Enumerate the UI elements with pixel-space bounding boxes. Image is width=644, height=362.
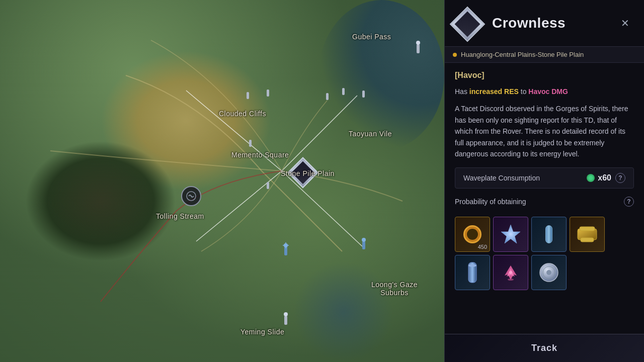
desc-prefix: Has	[455, 87, 469, 96]
item-slot-canister[interactable]	[455, 255, 490, 290]
track-button-label: Track	[531, 343, 557, 353]
svg-rect-24	[580, 227, 595, 231]
location-dot	[453, 53, 457, 57]
item-icon-coin	[537, 261, 560, 284]
boss-avatar	[455, 8, 485, 38]
havoc-tag: [Havoc]	[455, 71, 634, 80]
tube-icon	[545, 225, 552, 243]
boss-avatar-diamond	[450, 7, 486, 42]
svg-point-29	[508, 279, 514, 281]
location-text: Huanglong-Central Plains-Stone Pile Plai…	[461, 51, 584, 58]
item-slot-tube[interactable]	[531, 217, 567, 252]
item-icon-barrel	[576, 223, 599, 246]
item-icon-canister	[461, 261, 484, 284]
barrel-icon	[577, 226, 598, 243]
boss-map-icon[interactable]	[292, 156, 322, 186]
description-line1: Has increased RES to Havoc DMG	[455, 86, 634, 97]
tolling-stream-marker[interactable]	[181, 186, 201, 206]
waveplate-count: x60	[598, 173, 611, 183]
location-icon	[181, 186, 201, 206]
waveplate-help-button[interactable]: ?	[615, 173, 625, 183]
waveplate-gem-icon	[587, 174, 595, 182]
probability-title: Probability of obtaining	[455, 198, 526, 206]
svg-point-28	[509, 271, 512, 274]
description-body: A Tacet Discord observed in the Gorges o…	[455, 103, 634, 159]
right-panel: Crownless ✕ Huanglong-Central Plains-Sto…	[444, 0, 644, 362]
item-slot-barrel[interactable]	[570, 217, 605, 252]
desc-mid: to	[519, 87, 528, 96]
item-count-gear: 450	[478, 244, 487, 250]
highlight-havoc: Havoc DMG	[528, 87, 568, 96]
svg-point-27	[468, 264, 476, 267]
canister-icon	[465, 261, 479, 284]
item-icon-crystal	[499, 223, 522, 246]
item-slot-symbol[interactable]	[493, 255, 528, 290]
panel-header: Crownless ✕	[445, 0, 644, 47]
item-icon-symbol	[499, 261, 522, 284]
item-icon-tube	[537, 223, 560, 246]
gear-icon	[463, 225, 481, 243]
svg-point-32	[546, 270, 551, 275]
terrain-dark	[25, 141, 176, 261]
items-grid: 450	[455, 217, 634, 290]
crystal-icon	[500, 224, 521, 245]
svg-marker-22	[501, 225, 520, 243]
panel-title: Crownless	[492, 15, 609, 31]
coin-icon	[538, 262, 559, 283]
location-bar: Huanglong-Central Plains-Stone Pile Plai…	[445, 47, 644, 63]
map-area[interactable]: Gubei Pass Clouded Cliffs Taoyuan Vile M…	[0, 0, 444, 362]
close-button[interactable]: ✕	[616, 14, 634, 32]
highlight-res: increased RES	[469, 87, 519, 96]
item-slot-coin[interactable]	[531, 255, 567, 290]
panel-content: [Havoc] Has increased RES to Havoc DMG A…	[445, 63, 644, 334]
boss-diamond-shape	[287, 157, 318, 188]
item-slot-gear[interactable]: 450	[455, 217, 490, 252]
track-button[interactable]: Track	[445, 334, 644, 362]
symbol-icon	[500, 261, 522, 284]
terrain-water2	[293, 261, 394, 362]
item-slot-crystal[interactable]	[493, 217, 528, 252]
waveplate-label: Waveplate Consumption	[463, 174, 587, 182]
probability-help-button[interactable]: ?	[624, 197, 634, 207]
svg-rect-25	[581, 238, 594, 242]
item-icon-gear	[461, 223, 484, 246]
probability-header: Probability of obtaining ?	[455, 197, 634, 207]
waveplate-row: Waveplate Consumption x60 ?	[455, 167, 634, 189]
terrain-water	[318, 0, 444, 151]
